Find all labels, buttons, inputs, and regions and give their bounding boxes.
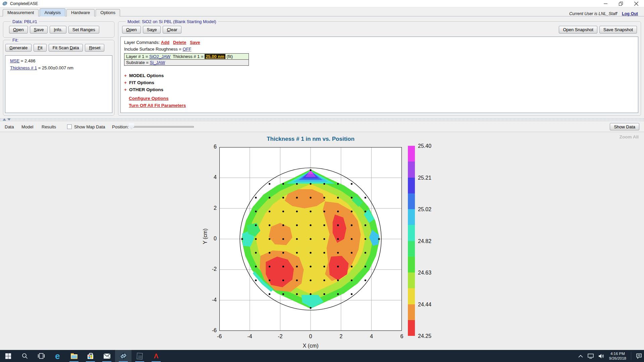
fit-buttons-row: GenerateFitFit Scan DataReset bbox=[5, 44, 104, 52]
substrate-material-link[interactable]: Si_JAW bbox=[150, 60, 165, 65]
graph-tab-results[interactable]: Results bbox=[42, 124, 56, 129]
info-button[interactable]: Info. bbox=[50, 26, 66, 34]
taskbar-notepad[interactable] bbox=[131, 350, 148, 362]
layer-row: Layer # 1 = SiO2_JAW Thickness # 1 = 25.… bbox=[124, 54, 249, 60]
colorbar-label: 24.25 bbox=[418, 333, 431, 339]
configure-options-link[interactable]: Configure Options bbox=[129, 96, 169, 101]
surface-roughness-label: Include Surface Roughness = bbox=[124, 47, 183, 52]
close-button[interactable] bbox=[629, 0, 644, 7]
tab-measurement[interactable]: Measurement bbox=[3, 9, 39, 16]
fit-button[interactable]: Fit bbox=[34, 44, 46, 52]
taskbar-mail[interactable] bbox=[99, 350, 115, 362]
expander-model-options[interactable]: +MODEL Options bbox=[124, 73, 638, 78]
expander-label: OTHER Options bbox=[129, 87, 163, 92]
logout-link[interactable]: Log Out bbox=[622, 11, 638, 16]
turn-off-all-fit-parameters-link[interactable]: Turn Off All Fit Parameters bbox=[129, 103, 186, 108]
surface-roughness-toggle[interactable]: OFF bbox=[183, 47, 192, 52]
taskbar-edge[interactable]: e bbox=[49, 350, 66, 362]
app-window: CompleteEASE MeasurementAnalysisHardware… bbox=[0, 0, 644, 362]
tab-options[interactable]: Options bbox=[96, 9, 120, 16]
colorbar-label: 24.44 bbox=[418, 301, 431, 307]
tray-clock[interactable]: 4:16 PM 9/26/2018 bbox=[609, 351, 626, 361]
model-options-list: +MODEL Options+FIT Options+OTHER Options bbox=[124, 73, 638, 92]
show-map-data-label: Show Map Data bbox=[74, 124, 105, 129]
fit-result-line: Thickness # 1 = 25.00±0.007 nm bbox=[10, 65, 107, 70]
y-tick-label: -2 bbox=[203, 266, 217, 272]
mail-icon bbox=[104, 354, 110, 359]
show-data-button[interactable]: Show Data bbox=[610, 123, 639, 130]
taskbar-store[interactable] bbox=[82, 350, 99, 362]
panel-splitter[interactable] bbox=[0, 118, 644, 121]
taskbar-search[interactable] bbox=[16, 350, 33, 362]
show-map-data-checkbox[interactable] bbox=[67, 124, 72, 129]
windows-taskbar: e Λ 4:16 PM 9/26/2 bbox=[0, 350, 644, 362]
x-tick-label: -4 bbox=[248, 334, 252, 340]
x-tick-label: -2 bbox=[278, 334, 282, 340]
colorbar-label: 25.02 bbox=[418, 206, 431, 213]
taskbar-file-explorer[interactable] bbox=[66, 350, 82, 362]
expander-other-options[interactable]: +OTHER Options bbox=[124, 87, 638, 92]
fit-result-line: MSE = 2.486 bbox=[10, 58, 107, 63]
expand-plus-icon: + bbox=[124, 87, 127, 92]
save-button[interactable]: Save bbox=[143, 26, 161, 34]
plot-region[interactable]: X (cm) Y (cm) 6420-2-4-6-6-4-20246 bbox=[219, 147, 402, 331]
layer-commands-line: Layer Commands: AddDeleteSave bbox=[124, 40, 638, 45]
layer-command-save[interactable]: Save bbox=[190, 40, 200, 45]
x-tick-label: 2 bbox=[339, 334, 342, 340]
graph-tab-data[interactable]: Data bbox=[5, 124, 14, 129]
tab-hardware[interactable]: Hardware bbox=[66, 9, 95, 16]
start-button[interactable] bbox=[0, 350, 16, 362]
colorbar-band-blue bbox=[408, 193, 415, 209]
generate-button[interactable]: Generate bbox=[5, 44, 32, 52]
restore-button[interactable] bbox=[613, 0, 629, 7]
mse-parameter-link[interactable]: MSE bbox=[10, 58, 19, 63]
file-explorer-icon bbox=[71, 354, 77, 359]
reset-button[interactable]: Reset bbox=[85, 44, 104, 52]
task-view-button[interactable] bbox=[33, 350, 49, 362]
graph-toolbar: Show Map Data Position: Show Data DataMo… bbox=[0, 121, 644, 132]
colorbar-label: 25.40 bbox=[418, 143, 431, 149]
tab-analysis[interactable]: Analysis bbox=[40, 8, 65, 16]
set-ranges-button[interactable]: Set Ranges bbox=[68, 26, 99, 34]
layer-material-link[interactable]: SiO2_JAW bbox=[149, 54, 170, 59]
minimize-button[interactable] bbox=[598, 0, 613, 7]
save-button[interactable]: Save bbox=[30, 26, 48, 34]
taskbar-completeease[interactable] bbox=[115, 350, 131, 362]
display-tray-icon[interactable] bbox=[588, 354, 594, 359]
tray-expand-chevron-icon[interactable] bbox=[578, 355, 583, 358]
completeease-taskbar-icon bbox=[119, 352, 127, 360]
open-button[interactable]: Open bbox=[122, 26, 141, 34]
layer-command-delete[interactable]: Delete bbox=[173, 40, 186, 45]
save-snapshot-button[interactable]: Save Snapshot bbox=[599, 26, 637, 34]
wafer-map-plot[interactable] bbox=[219, 147, 402, 331]
zoom-all-label[interactable]: Zoom All bbox=[620, 134, 639, 139]
splitter-collapse-up-icon[interactable] bbox=[3, 118, 6, 121]
x-axis-label: X (cm) bbox=[219, 343, 402, 349]
store-icon bbox=[88, 355, 93, 359]
colorbar-band-yellow bbox=[408, 288, 415, 304]
taskbar-acrobat[interactable]: Λ bbox=[148, 350, 164, 362]
splitter-collapse-down-icon[interactable] bbox=[7, 118, 11, 121]
colorbar-band-blue_violet bbox=[408, 178, 415, 193]
expand-plus-icon: + bbox=[124, 73, 127, 78]
windows-logo-icon bbox=[5, 353, 11, 359]
open-snapshot-button[interactable]: Open Snapshot bbox=[559, 26, 597, 34]
task-view-icon bbox=[38, 353, 45, 359]
action-center-icon[interactable] bbox=[636, 353, 642, 359]
graph-tab-model[interactable]: Model bbox=[21, 124, 33, 129]
colorbar-label: 24.63 bbox=[418, 270, 431, 276]
fit-scan-data-button[interactable]: Fit Scan Data bbox=[49, 44, 83, 52]
clear-button[interactable]: Clear bbox=[163, 26, 181, 34]
position-slider-thumb[interactable] bbox=[129, 123, 134, 129]
speaker-tray-icon[interactable] bbox=[598, 354, 604, 359]
x-tick-label: 6 bbox=[400, 334, 404, 340]
y-tick-label: 6 bbox=[203, 144, 217, 150]
open-button[interactable]: Open bbox=[9, 26, 28, 34]
expand-plus-icon: + bbox=[124, 80, 127, 85]
position-slider[interactable] bbox=[133, 126, 194, 128]
thickness-1-parameter-link[interactable]: Thickness # 1 bbox=[10, 65, 37, 70]
data-panel-title: Data: PBL#1 bbox=[11, 19, 39, 24]
layer-thickness-value[interactable]: 25.00 nm bbox=[205, 54, 225, 59]
layer-command-add[interactable]: Add bbox=[161, 40, 169, 45]
expander-fit-options[interactable]: +FIT Options bbox=[124, 80, 638, 85]
